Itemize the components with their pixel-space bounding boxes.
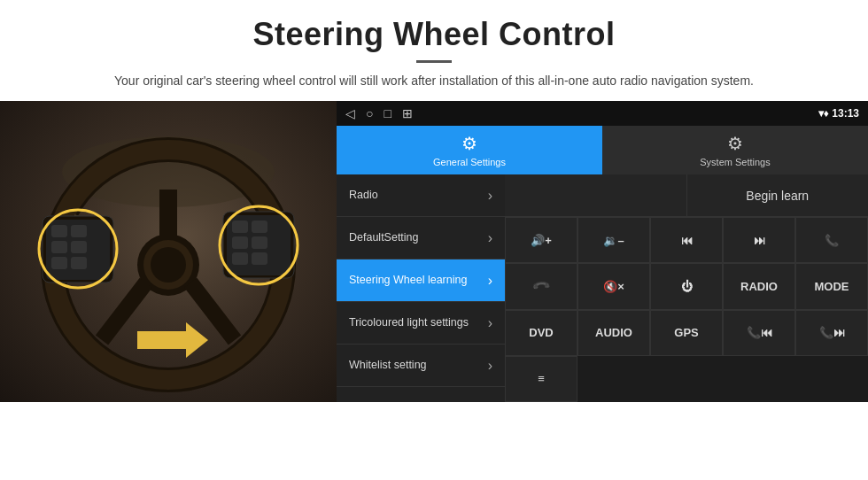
steering-wheel-svg [0, 101, 337, 402]
menu-radio-label: Radio [349, 189, 378, 202]
phone-prev-icon: 📞⏮ [747, 326, 772, 339]
menu-item-steering[interactable]: Steering Wheel learning › [337, 259, 505, 302]
hang-up-icon: 📞 [531, 276, 551, 296]
svg-rect-11 [51, 225, 67, 237]
svg-rect-13 [51, 241, 67, 253]
tab-general-label: General Settings [433, 157, 506, 167]
main-content: Radio › DefaultSetting › Steering Wheel … [337, 174, 868, 402]
tab-bar: ⚙ General Settings ⚙ System Settings [337, 126, 868, 174]
next-track-button[interactable]: ⏭ [723, 217, 795, 263]
radio-button[interactable]: RADIO [723, 263, 795, 309]
svg-rect-14 [71, 241, 87, 253]
svg-rect-19 [232, 221, 248, 233]
steering-wheel-image [0, 101, 337, 402]
back-icon[interactable]: ◁ [345, 106, 355, 120]
android-ui: ◁ ○ □ ⊞ ▾♦ 13:13 ⚙ General Settings ⚙ Sy… [337, 101, 868, 402]
vol-up-icon: 🔊+ [531, 234, 552, 247]
menu-item-default[interactable]: DefaultSetting › [337, 217, 505, 259]
title-divider [416, 60, 452, 63]
svg-rect-16 [71, 257, 87, 269]
svg-rect-22 [252, 236, 267, 249]
phone-next-icon: 📞⏭ [819, 326, 845, 339]
dvd-button[interactable]: DVD [505, 310, 577, 356]
mute-button[interactable]: 🔇× [577, 263, 650, 309]
audio-label: AUDIO [595, 326, 632, 339]
mute-icon: 🔇× [603, 280, 624, 293]
controls-top-row: Begin learn [505, 174, 868, 217]
clock: 13:13 [832, 107, 859, 120]
vol-down-button[interactable]: 🔉– [577, 217, 650, 263]
controls-empty-space [505, 174, 687, 216]
hang-up-button[interactable]: 📞 [505, 263, 577, 309]
svg-rect-24 [252, 252, 267, 265]
menu-item-tricoloured[interactable]: Tricoloured light settings › [337, 302, 505, 345]
status-time: ▾♦ 13:13 [818, 107, 859, 120]
menu-tricoloured-label: Tricoloured light settings [349, 316, 469, 329]
menu-default-label: DefaultSetting [349, 231, 419, 244]
prev-track-button[interactable]: ⏮ [650, 217, 723, 263]
header-section: Steering Wheel Control Your original car… [0, 0, 868, 101]
svg-rect-15 [51, 257, 67, 269]
home-icon[interactable]: ○ [366, 106, 373, 120]
begin-learn-button[interactable]: Begin learn [687, 174, 869, 216]
power-button[interactable]: ⏻ [650, 263, 723, 309]
svg-point-5 [151, 247, 186, 283]
power-icon: ⏻ [681, 280, 693, 293]
phone-icon: 📞 [825, 234, 839, 247]
hamburger-icon: ≡ [538, 372, 545, 385]
next-track-icon: ⏭ [754, 234, 765, 247]
left-menu: Radio › DefaultSetting › Steering Wheel … [337, 174, 505, 402]
dvd-label: DVD [529, 326, 553, 339]
menu-item-whitelist[interactable]: Whitelist setting › [337, 345, 505, 387]
content-area: ◁ ○ □ ⊞ ▾♦ 13:13 ⚙ General Settings ⚙ Sy… [0, 101, 868, 402]
page-subtitle: Your original car's steering wheel contr… [53, 72, 815, 90]
vol-down-icon: 🔉– [603, 234, 624, 247]
tab-system[interactable]: ⚙ System Settings [602, 126, 868, 174]
phone-button[interactable]: 📞 [795, 217, 868, 263]
svg-rect-12 [71, 225, 87, 237]
tab-system-label: System Settings [700, 157, 770, 167]
vol-up-button[interactable]: 🔊+ [505, 217, 577, 263]
phone-next-button[interactable]: 📞⏭ [795, 310, 868, 356]
recent-icon[interactable]: □ [384, 106, 391, 120]
controls-grid: 🔊+ 🔉– ⏮ ⏭ 📞 📞 [505, 217, 868, 402]
menu-nav-icon[interactable]: ⊞ [402, 106, 413, 120]
phone-prev-button[interactable]: 📞⏮ [723, 310, 795, 356]
menu-item-radio[interactable]: Radio › [337, 174, 505, 217]
chevron-icon: › [488, 273, 492, 289]
mode-label: MODE [815, 280, 849, 293]
svg-rect-20 [252, 221, 267, 233]
gps-button[interactable]: GPS [650, 310, 723, 356]
steering-wheel-bg [0, 101, 337, 402]
audio-button[interactable]: AUDIO [577, 310, 650, 356]
right-controls: Begin learn 🔊+ 🔉– ⏮ ⏭ [505, 174, 868, 402]
mode-button[interactable]: MODE [795, 263, 868, 309]
menu-steering-label: Steering Wheel learning [349, 274, 467, 287]
radio-label: RADIO [740, 280, 778, 293]
nav-icons: ◁ ○ □ ⊞ [345, 106, 413, 120]
general-settings-icon: ⚙ [461, 133, 477, 154]
svg-rect-23 [232, 252, 248, 265]
hamburger-menu-button[interactable]: ≡ [505, 356, 577, 402]
chevron-icon: › [488, 358, 492, 374]
chevron-icon: › [488, 188, 492, 204]
gps-label: GPS [674, 326, 698, 339]
status-bar: ◁ ○ □ ⊞ ▾♦ 13:13 [337, 101, 868, 126]
wifi-icon: ▾♦ [818, 107, 832, 120]
prev-track-icon: ⏮ [681, 234, 693, 247]
system-settings-icon: ⚙ [727, 133, 743, 154]
chevron-icon: › [488, 230, 492, 246]
svg-rect-21 [232, 236, 248, 249]
chevron-icon: › [488, 315, 492, 331]
tab-general[interactable]: ⚙ General Settings [337, 126, 602, 174]
menu-whitelist-label: Whitelist setting [349, 359, 427, 372]
page-title: Steering Wheel Control [53, 16, 815, 53]
